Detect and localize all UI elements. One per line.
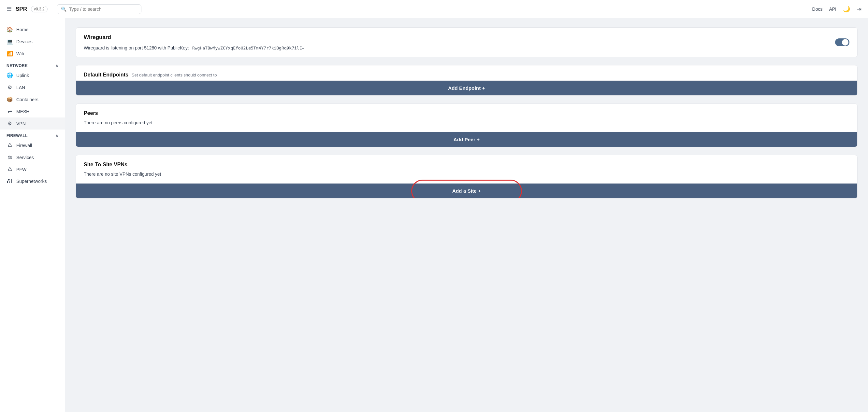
sidebar-item-label: Wifi xyxy=(16,51,24,56)
sidebar-item-label: Devices xyxy=(16,39,33,44)
network-chevron-icon[interactable]: ∧ xyxy=(55,64,58,68)
uplink-icon: 🌐 xyxy=(6,72,13,78)
docs-link[interactable]: Docs xyxy=(812,6,823,12)
wireguard-header: Wireguard Wireguard is listening on port… xyxy=(76,28,857,57)
lan-icon: ⚙ xyxy=(6,84,13,91)
add-site-button[interactable]: Add a Site + xyxy=(76,183,857,198)
main-content: Wireguard Wireguard is listening on port… xyxy=(65,18,868,412)
topnav-left: ☰ SPR v0.3.2 🔍 xyxy=(6,4,142,14)
wireguard-toggle[interactable] xyxy=(835,38,849,46)
sidebar-item-label: Uplink xyxy=(16,73,29,78)
search-icon: 🔍 xyxy=(61,6,66,12)
sidebar-item-label: Services xyxy=(16,155,34,160)
supernetworks-icon: ⛙ xyxy=(6,178,13,184)
network-section-label: NETWORK xyxy=(6,64,28,68)
sidebar-item-lan[interactable]: ⚙ LAN xyxy=(0,81,65,93)
peers-card: Peers There are no peers configured yet … xyxy=(75,103,858,147)
layout: 🏠 Home 💻 Devices 📶 Wifi NETWORK ∧ 🌐 Upli… xyxy=(0,18,868,412)
topnav: ☰ SPR v0.3.2 🔍 Docs API 🌙 ⇥ xyxy=(0,0,868,18)
site-vpn-empty-text: There are no site VPNs configured yet xyxy=(76,170,857,183)
sidebar-item-label: MESH xyxy=(16,109,29,114)
dark-mode-icon[interactable]: 🌙 xyxy=(843,5,850,13)
firewall-section-label: FIREWALL xyxy=(6,133,28,138)
logout-icon[interactable]: ⇥ xyxy=(857,5,862,13)
brand-name: SPR xyxy=(16,6,27,12)
sidebar-item-vpn[interactable]: ⚙ VPN xyxy=(0,117,65,130)
endpoints-header: Default Endpoints Set default endpoint c… xyxy=(76,65,857,80)
peers-empty-text: There are no peers configured yet xyxy=(76,119,857,132)
search-input[interactable] xyxy=(69,6,137,12)
sidebar-item-pfw[interactable]: ♺ PFW xyxy=(0,163,65,175)
peers-title: Peers xyxy=(84,110,98,116)
add-site-wrapper: Add a Site + xyxy=(76,183,857,198)
add-endpoint-button[interactable]: Add Endpoint + xyxy=(76,81,857,95)
services-icon: ⚖ xyxy=(6,154,13,161)
endpoints-title: Default Endpoints xyxy=(84,72,128,77)
firewall-chevron-icon[interactable]: ∧ xyxy=(55,133,58,138)
wireguard-key: RwgHaTBwMywZCYxqEfoU2Le5Tm4Y7r7kiBgRq9k7… xyxy=(192,45,304,50)
wifi-icon: 📶 xyxy=(6,50,13,57)
sidebar-item-label: Containers xyxy=(16,97,38,102)
site-vpn-title: Site-To-Site VPNs xyxy=(84,162,127,167)
devices-icon: 💻 xyxy=(6,38,13,44)
home-icon: 🏠 xyxy=(6,26,13,33)
version-badge: v0.3.2 xyxy=(31,6,48,12)
peers-header: Peers xyxy=(76,104,857,119)
site-vpn-card: Site-To-Site VPNs There are no site VPNs… xyxy=(75,155,858,199)
sidebar: 🏠 Home 💻 Devices 📶 Wifi NETWORK ∧ 🌐 Upli… xyxy=(0,18,65,412)
wireguard-card: Wireguard Wireguard is listening on port… xyxy=(75,27,858,57)
sidebar-item-label: PFW xyxy=(16,167,26,172)
sidebar-item-label: LAN xyxy=(16,85,25,90)
sidebar-item-home[interactable]: 🏠 Home xyxy=(0,24,65,35)
add-peer-button[interactable]: Add Peer + xyxy=(76,132,857,147)
wireguard-title: Wireguard xyxy=(84,34,304,41)
site-vpn-header: Site-To-Site VPNs xyxy=(76,155,857,170)
vpn-icon: ⚙ xyxy=(6,121,13,127)
sidebar-item-devices[interactable]: 💻 Devices xyxy=(0,35,65,47)
sidebar-item-firewall[interactable]: ♺ Firewall xyxy=(0,139,65,151)
sidebar-item-supernetworks[interactable]: ⛙ Supernetworks xyxy=(0,175,65,187)
sidebar-section-firewall: FIREWALL ∧ xyxy=(0,130,65,139)
search-bar[interactable]: 🔍 xyxy=(57,4,142,14)
sidebar-section-network: NETWORK ∧ xyxy=(0,60,65,69)
sidebar-item-containers[interactable]: 📦 Containers xyxy=(0,93,65,105)
sidebar-item-services[interactable]: ⚖ Services xyxy=(0,151,65,163)
sidebar-item-label: Firewall xyxy=(16,143,32,148)
sidebar-item-label: Home xyxy=(16,27,28,32)
containers-icon: 📦 xyxy=(6,96,13,103)
mesh-icon: ⇌ xyxy=(6,108,13,114)
sidebar-item-label: VPN xyxy=(16,121,26,126)
topnav-right: Docs API 🌙 ⇥ xyxy=(812,5,862,13)
endpoints-subtitle: Set default endpoint clients should conn… xyxy=(132,73,217,77)
sidebar-item-mesh[interactable]: ⇌ MESH xyxy=(0,105,65,117)
sidebar-item-wifi[interactable]: 📶 Wifi xyxy=(0,47,65,60)
firewall-icon: ♺ xyxy=(6,142,13,148)
endpoints-card: Default Endpoints Set default endpoint c… xyxy=(75,65,858,96)
api-link[interactable]: API xyxy=(829,6,836,12)
pfw-icon: ♺ xyxy=(6,166,13,172)
sidebar-item-uplink[interactable]: 🌐 Uplink xyxy=(0,69,65,81)
sidebar-item-label: Supernetworks xyxy=(16,179,46,184)
wireguard-info: Wireguard Wireguard is listening on port… xyxy=(84,34,304,50)
wireguard-row: Wireguard Wireguard is listening on port… xyxy=(84,34,849,50)
wireguard-description: Wireguard is listening on port 51280 wit… xyxy=(84,45,304,50)
hamburger-icon[interactable]: ☰ xyxy=(6,5,12,13)
